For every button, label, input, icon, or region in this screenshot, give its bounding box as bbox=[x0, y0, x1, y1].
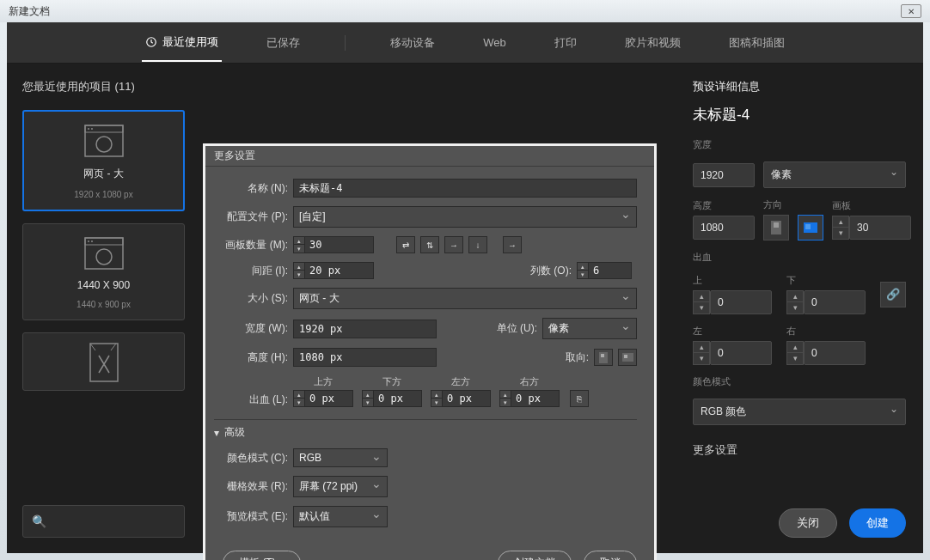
preset-1440-900[interactable]: 1440 X 900 1440 x 900 px bbox=[22, 223, 185, 320]
width-input[interactable] bbox=[693, 163, 755, 187]
artboards-spinner[interactable]: ▴▾ bbox=[293, 236, 374, 253]
close-button[interactable]: 关闭 bbox=[779, 508, 837, 538]
bleed-right-input[interactable] bbox=[804, 341, 866, 365]
bleed-link-button[interactable]: ⎘ bbox=[570, 390, 589, 407]
create-button[interactable]: 创建 bbox=[849, 508, 906, 538]
link-bleed-button[interactable]: 🔗 bbox=[880, 282, 906, 307]
window-title: 新建文档 bbox=[9, 4, 50, 19]
dlg-colormode-select[interactable]: RGB bbox=[293, 448, 388, 467]
arrange-right-icon[interactable]: → bbox=[444, 236, 463, 253]
templates-button[interactable]: 模板 (T)... bbox=[223, 551, 301, 560]
bleed-bottom-input[interactable] bbox=[804, 290, 866, 314]
width-label: 宽度 bbox=[693, 138, 906, 151]
dlg-cancel-button[interactable]: 取消 bbox=[584, 551, 637, 560]
window-close-button[interactable]: ✕ bbox=[901, 4, 921, 18]
search-row[interactable]: 🔍 bbox=[22, 505, 185, 538]
profile-select[interactable]: [自定] bbox=[293, 206, 637, 228]
spacing-spinner[interactable]: ▴▾ bbox=[293, 262, 374, 279]
dlg-landscape-button[interactable] bbox=[618, 349, 637, 366]
svg-point-4 bbox=[91, 128, 93, 130]
dlg-width-input[interactable] bbox=[293, 320, 437, 338]
grid-by-col-icon[interactable]: ⇅ bbox=[420, 236, 439, 253]
more-settings-link[interactable]: 更多设置 bbox=[693, 442, 906, 458]
dlg-unit-select[interactable]: 像素 bbox=[542, 318, 637, 339]
tab-print[interactable]: 打印 bbox=[551, 25, 580, 61]
preset-item[interactable] bbox=[22, 332, 185, 391]
pencil-ruler-icon bbox=[83, 345, 125, 380]
svg-point-9 bbox=[91, 240, 93, 242]
right-panel: 预设详细信息 未标题-4 宽度 像素 高度 方向 bbox=[676, 64, 923, 553]
recent-items-title: 您最近使用的项目 (11) bbox=[22, 79, 185, 94]
tab-recent[interactable]: 最近使用项 bbox=[142, 24, 222, 62]
colormode-select[interactable]: RGB 颜色 bbox=[693, 399, 906, 425]
tabs: 最近使用项 已保存 移动设备 Web 打印 胶片和视频 图稿和插图 bbox=[7, 22, 923, 64]
svg-rect-19 bbox=[624, 355, 627, 358]
height-input[interactable] bbox=[693, 216, 755, 240]
cols-spinner[interactable]: ▴▾ bbox=[577, 262, 637, 279]
dialog-title: 更多设置 bbox=[205, 146, 654, 167]
svg-rect-16 bbox=[599, 352, 608, 363]
size-select[interactable]: 网页 - 大 bbox=[293, 288, 637, 309]
svg-rect-2 bbox=[85, 125, 123, 132]
web-icon bbox=[83, 124, 125, 158]
dlg-raster-select[interactable]: 屏幕 (72 ppi) bbox=[293, 476, 388, 497]
bleed-left-input[interactable] bbox=[710, 341, 772, 365]
dlg-portrait-button[interactable] bbox=[594, 349, 613, 366]
search-icon: 🔍 bbox=[32, 514, 46, 528]
svg-rect-18 bbox=[622, 353, 633, 362]
svg-rect-7 bbox=[85, 238, 123, 245]
tab-web[interactable]: Web bbox=[480, 26, 510, 59]
arrange-down-icon[interactable]: ↓ bbox=[468, 236, 487, 253]
name-input[interactable] bbox=[293, 179, 637, 198]
artboard-spinner[interactable]: ▴▾ bbox=[832, 216, 849, 240]
dialog-body: 名称 (N): 配置文件 (P): [自定] 画板数量 (M): ▴▾ ⇄ ⇅ … bbox=[205, 167, 654, 539]
svg-point-3 bbox=[88, 128, 89, 130]
tab-mobile[interactable]: 移动设备 bbox=[387, 25, 438, 61]
svg-rect-13 bbox=[774, 222, 779, 228]
dlg-create-button[interactable]: 创建文档 bbox=[498, 551, 572, 560]
orient-portrait-button[interactable] bbox=[763, 215, 789, 240]
preset-web-large[interactable]: 网页 - 大 1920 x 1080 px bbox=[22, 110, 185, 211]
web-icon bbox=[83, 236, 125, 271]
tab-art[interactable]: 图稿和插图 bbox=[725, 25, 788, 61]
dlg-preview-select[interactable]: 默认值 bbox=[293, 506, 388, 527]
main: 您最近使用的项目 (11) 网页 - 大 1920 x 1080 px 144 bbox=[7, 64, 923, 553]
orient-landscape-button[interactable] bbox=[798, 215, 823, 240]
tab-saved[interactable]: 已保存 bbox=[263, 25, 303, 61]
bleed-top-input[interactable] bbox=[710, 290, 772, 314]
chevron-down-icon: ▾ bbox=[214, 427, 219, 439]
svg-point-10 bbox=[96, 249, 112, 265]
new-document-window: 新建文档 ✕ 最近使用项 已保存 移动设备 Web 打印 胶片和视频 图稿和插图… bbox=[0, 0, 930, 560]
clock-icon bbox=[145, 36, 157, 48]
svg-point-5 bbox=[96, 137, 112, 152]
doc-title: 未标题-4 bbox=[693, 105, 906, 125]
advanced-toggle[interactable]: ▾高级 bbox=[214, 419, 637, 440]
svg-point-8 bbox=[88, 240, 89, 242]
svg-rect-17 bbox=[601, 354, 604, 357]
content: 最近使用项 已保存 移动设备 Web 打印 胶片和视频 图稿和插图 您最近使用的… bbox=[7, 22, 923, 553]
dlg-height-input[interactable] bbox=[293, 348, 437, 367]
ltr-icon[interactable]: → bbox=[503, 236, 522, 253]
artboards-input[interactable] bbox=[849, 216, 911, 240]
svg-rect-15 bbox=[805, 224, 811, 229]
tab-film[interactable]: 胶片和视频 bbox=[621, 25, 684, 61]
left-panel: 您最近使用的项目 (11) 网页 - 大 1920 x 1080 px 144 bbox=[7, 64, 200, 553]
grid-by-row-icon[interactable]: ⇄ bbox=[396, 236, 415, 253]
unit-select[interactable]: 像素 bbox=[763, 161, 906, 188]
titlebar: 新建文档 ✕ bbox=[0, 0, 930, 22]
preset-grid: 网页 - 大 1920 x 1080 px 1440 X 900 1440 x … bbox=[22, 110, 185, 391]
more-settings-dialog: 更多设置 名称 (N): 配置文件 (P): [自定] 画板数量 (M): ▴▾ bbox=[203, 143, 657, 560]
preset-details-heading: 预设详细信息 bbox=[693, 79, 906, 94]
